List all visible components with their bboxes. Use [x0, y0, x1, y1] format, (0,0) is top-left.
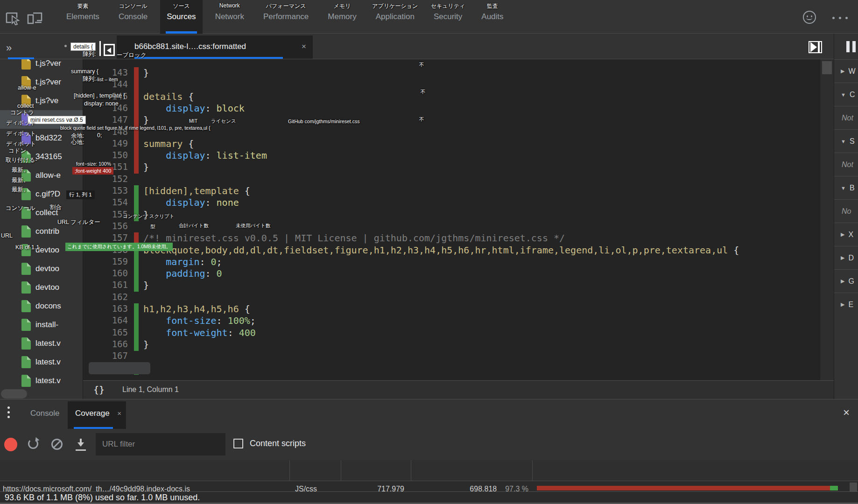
- tab-label: Application: [376, 12, 415, 21]
- token-pr: display: [166, 197, 205, 208]
- section-scope[interactable]: ▼S: [834, 129, 858, 153]
- clear-icon[interactable]: [51, 439, 63, 450]
- feedback-smiley-icon[interactable]: [803, 11, 816, 24]
- token-pr: margin: [166, 256, 199, 267]
- code-editor[interactable]: 143}144145details {146 display: block147…: [83, 59, 820, 380]
- line-number[interactable]: 166: [83, 339, 128, 349]
- coverage-record-icon[interactable]: [4, 438, 17, 451]
- navigate-forward-icon[interactable]: [809, 41, 823, 53]
- file-item[interactable]: latest.v: [0, 371, 83, 390]
- tab-memory[interactable]: メモリMemory: [321, 0, 363, 34]
- overlay-artifact: 最新。: [12, 176, 29, 184]
- line-number[interactable]: 157: [83, 232, 128, 243]
- line-number[interactable]: 163: [83, 303, 128, 314]
- editor-tab-title: b66bc881.site-l….css:formatted: [134, 42, 246, 51]
- line-number[interactable]: 164: [83, 315, 128, 325]
- file-icon: [21, 263, 31, 275]
- file-item[interactable]: devtoo: [0, 278, 83, 297]
- tab-application[interactable]: アプリケーションApplication: [369, 0, 421, 34]
- line-number[interactable]: 150: [83, 150, 128, 160]
- code-text: /*! minireset.css v0.0.5 | MIT License |…: [143, 232, 565, 244]
- tab-network[interactable]: NetworkNetwork: [209, 0, 251, 34]
- chevron-down-icon: ▼: [841, 139, 846, 144]
- section-xhr-breakpoints[interactable]: ▶X: [834, 223, 858, 246]
- token-pu: :: [199, 256, 211, 267]
- code-text: }: [143, 161, 149, 173]
- editor-tab-close-icon[interactable]: ×: [302, 42, 306, 51]
- code-line: 153[hidden],template {: [83, 185, 820, 197]
- line-number[interactable]: 161: [83, 280, 128, 290]
- line-number[interactable]: 165: [83, 327, 128, 337]
- line-number[interactable]: 149: [83, 138, 128, 148]
- section-breakpoints[interactable]: ▼B: [834, 176, 858, 199]
- overlay-artifact: 行 1, 列 1: [66, 190, 95, 199]
- code-line: 149summary {: [83, 138, 820, 150]
- file-icon: [21, 300, 31, 312]
- overlay-artifact: 不: [421, 89, 426, 95]
- token-sel: h1,h2,h3,h4,h5,h6: [143, 303, 239, 315]
- drawer-tab-coverage[interactable]: Coverage ×: [68, 401, 126, 429]
- file-item[interactable]: docons: [0, 297, 83, 315]
- content-scripts-checkbox[interactable]: [233, 439, 243, 448]
- drawer-tab-console[interactable]: Console: [30, 409, 59, 418]
- code-text: padding: 0: [143, 268, 222, 279]
- content-scripts-label: Content scripts: [250, 439, 306, 448]
- drawer-menu-icon[interactable]: [7, 406, 10, 418]
- file-item[interactable]: t.js?ver: [0, 73, 83, 91]
- overlay-artifact: details {: [71, 43, 95, 50]
- code-line: 154 display: none: [83, 197, 820, 209]
- pretty-print-icon[interactable]: {}: [93, 384, 105, 395]
- inspect-element-icon[interactable]: [5, 9, 21, 25]
- editor-hscrollbar[interactable]: [89, 362, 150, 374]
- token-pu: :: [205, 268, 216, 279]
- editor-vscrollbar[interactable]: [820, 59, 834, 380]
- line-number[interactable]: 152: [83, 174, 128, 184]
- token-pu: {: [183, 91, 194, 102]
- coverage-gutter-green: [134, 256, 139, 268]
- tab-elements[interactable]: 要素Elements: [60, 0, 106, 34]
- code-line: 159 margin: 0;: [83, 256, 820, 268]
- line-number[interactable]: 147: [83, 114, 128, 125]
- tab-console[interactable]: コンソールConsole: [112, 0, 154, 34]
- file-item[interactable]: latest.v: [0, 334, 83, 353]
- section-event-listener-breakpoints[interactable]: ▶E: [834, 293, 858, 316]
- tab-security[interactable]: セキュリティSecurity: [427, 0, 469, 34]
- token-sel: summary: [143, 138, 183, 149]
- token-pu: }: [143, 161, 149, 173]
- url-filter-input[interactable]: [96, 433, 225, 455]
- drawer-close-icon[interactable]: ×: [843, 406, 850, 419]
- pause-script-icon[interactable]: [846, 41, 857, 52]
- line-number[interactable]: 167: [83, 350, 128, 361]
- drawer: Console Coverage × × Content scripts URL…: [0, 399, 858, 504]
- file-item[interactable]: devtoo: [0, 259, 83, 278]
- more-tabs-chevron[interactable]: »: [6, 42, 12, 54]
- coverage-gutter-red: [134, 103, 139, 115]
- tab-sources[interactable]: ソースSources: [160, 0, 202, 34]
- code-text: font-size: 100%;: [143, 315, 256, 326]
- device-toolbar-icon[interactable]: [27, 10, 44, 25]
- section-label: E: [848, 301, 853, 309]
- reload-icon[interactable]: [28, 439, 38, 449]
- section-dom-breakpoints[interactable]: ▶D: [834, 246, 858, 269]
- section-call-stack[interactable]: ▼C: [834, 83, 858, 106]
- customize-menu-icon[interactable]: [832, 17, 849, 19]
- line-number[interactable]: 162: [83, 292, 128, 302]
- editor-vscrollbar-thumb[interactable]: [822, 61, 832, 74]
- export-download-icon[interactable]: [75, 439, 86, 451]
- overlay-artifact: 0;: [97, 132, 102, 139]
- line-number[interactable]: 160: [83, 268, 128, 278]
- coverage-tab-close-icon[interactable]: ×: [117, 409, 121, 417]
- usage-bar-used: [830, 486, 838, 490]
- line-number[interactable]: 159: [83, 256, 128, 266]
- section-watch[interactable]: ▶W: [834, 59, 858, 83]
- line-number[interactable]: 155: [83, 209, 128, 219]
- tab-performance[interactable]: パフォーマンスPerformance: [257, 0, 315, 34]
- file-item[interactable]: install-: [0, 315, 83, 334]
- tab-jp-annotation: ソース: [173, 2, 190, 10]
- navigator-hscrollbar[interactable]: [1, 389, 27, 399]
- file-item[interactable]: latest.v: [0, 353, 83, 371]
- file-item[interactable]: t.js?ve: [0, 91, 83, 110]
- tab-audits[interactable]: 監査Audits: [475, 0, 510, 34]
- section-global-listeners[interactable]: ▶G: [834, 269, 858, 293]
- overlay-artifact: 最新。: [12, 186, 29, 194]
